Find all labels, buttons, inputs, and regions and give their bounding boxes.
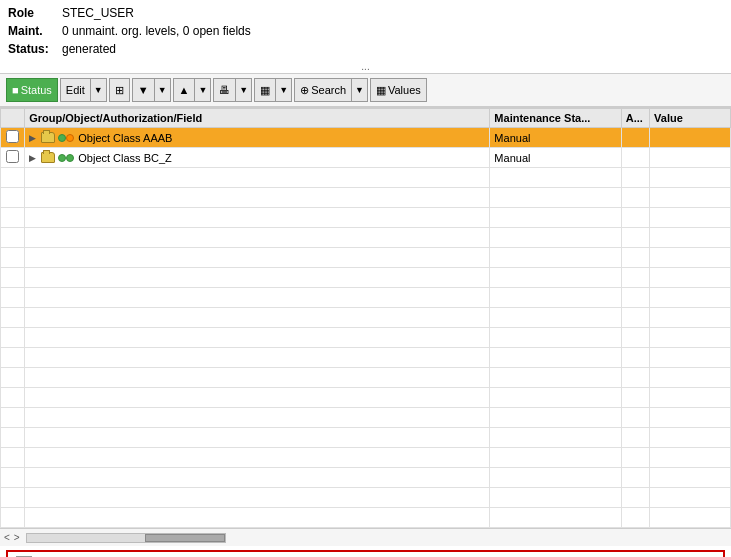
- row1-oo-badge: [58, 134, 74, 142]
- print-arrow[interactable]: ▼: [236, 79, 251, 101]
- row2-oo-circle1: [58, 154, 66, 162]
- down-main[interactable]: ▼: [133, 79, 155, 101]
- empty-row: [1, 448, 731, 468]
- row1-oo-circle2: [66, 134, 74, 142]
- row2-main: ▶ Object Class BC_Z: [25, 148, 490, 168]
- row1-main: ▶ Object Class AAAB: [25, 128, 490, 148]
- edit-label: Edit: [66, 84, 85, 96]
- down-arrow[interactable]: ▼: [155, 79, 170, 101]
- print-main[interactable]: 🖶: [214, 79, 236, 101]
- row2-expand-icon[interactable]: ▶: [29, 153, 39, 163]
- empty-row: [1, 408, 731, 428]
- row1-label: Object Class AAAB: [78, 132, 172, 144]
- search-arrow[interactable]: ▼: [352, 79, 367, 101]
- dots-row: ...: [0, 60, 731, 73]
- empty-row: [1, 188, 731, 208]
- values-icon: ▦: [376, 84, 386, 97]
- empty-row: [1, 488, 731, 508]
- arrow-up-icon: ▲: [179, 84, 190, 96]
- row2-a: [621, 148, 649, 168]
- columns-icon: ▦: [260, 84, 270, 97]
- scroll-track[interactable]: [26, 533, 226, 543]
- empty-row: [1, 508, 731, 528]
- col-header-check: [1, 109, 25, 128]
- up-main[interactable]: ▲: [174, 79, 196, 101]
- up-split-button[interactable]: ▲ ▼: [173, 78, 212, 102]
- empty-row: [1, 288, 731, 308]
- grid-icon: ⊞: [115, 84, 124, 97]
- status-bar: ✓ Profile(s) were updated View details: [6, 550, 725, 557]
- edit-arrow[interactable]: ▼: [91, 79, 106, 101]
- edit-split-button[interactable]: Edit ▼: [60, 78, 107, 102]
- edit-main[interactable]: Edit: [61, 79, 91, 101]
- row1-folder-icon: [41, 132, 55, 143]
- empty-row: [1, 368, 731, 388]
- row1-checkbox[interactable]: [6, 130, 19, 143]
- maint-label: Maint.: [8, 22, 58, 40]
- row2-oo-badge: [58, 154, 74, 162]
- chevron-down-icon3: ▼: [198, 85, 207, 95]
- toolbar: ■ Status Edit ▼ ⊞ ▼ ▼ ▲ ▼ 🖶: [0, 73, 731, 107]
- search-split-button[interactable]: ⊕ Search ▼: [294, 78, 368, 102]
- row2-check[interactable]: [1, 148, 25, 168]
- values-label: Values: [388, 84, 421, 96]
- data-table: Group/Object/Authorization/Field Mainten…: [0, 108, 731, 528]
- print-icon: 🖶: [219, 84, 230, 96]
- status-button[interactable]: ■ Status: [6, 78, 58, 102]
- col-header-maint: Maintenance Sta...: [490, 109, 621, 128]
- columns-main[interactable]: ▦: [255, 79, 276, 101]
- role-value: STEC_USER: [62, 4, 134, 22]
- col-header-a: A...: [621, 109, 649, 128]
- print-split-button[interactable]: 🖶 ▼: [213, 78, 252, 102]
- row1-expand-icon[interactable]: ▶: [29, 133, 39, 143]
- empty-row: [1, 328, 731, 348]
- scroll-thumb[interactable]: [145, 534, 225, 542]
- empty-row: [1, 428, 731, 448]
- columns-split-button[interactable]: ▦ ▼: [254, 78, 292, 102]
- row2-maint: Manual: [490, 148, 621, 168]
- search-icon: ⊕: [300, 84, 309, 97]
- table-row: ▶ Object Class AAAB Manual: [1, 128, 731, 148]
- up-arrow[interactable]: ▼: [195, 79, 210, 101]
- down-split-button[interactable]: ▼ ▼: [132, 78, 171, 102]
- chevron-down-icon2: ▼: [158, 85, 167, 95]
- row1-check[interactable]: [1, 128, 25, 148]
- table-row: ▶ Object Class BC_Z Manual: [1, 148, 731, 168]
- values-button[interactable]: ▦ Values: [370, 78, 427, 102]
- row2-oo-circle2: [66, 154, 74, 162]
- arrow-down-icon: ▼: [138, 84, 149, 96]
- empty-row: [1, 228, 731, 248]
- empty-row: [1, 468, 731, 488]
- empty-row: [1, 388, 731, 408]
- chevron-down-icon6: ▼: [355, 85, 364, 95]
- chevron-down-icon4: ▼: [239, 85, 248, 95]
- row2-checkbox[interactable]: [6, 150, 19, 163]
- row1-maint: Manual: [490, 128, 621, 148]
- status-value: generated: [62, 40, 116, 58]
- row2-folder-icon: [41, 152, 55, 163]
- empty-row: [1, 248, 731, 268]
- scroll-right-button[interactable]: >: [14, 532, 20, 543]
- empty-row: [1, 208, 731, 228]
- scrollbar-area: < >: [0, 528, 731, 546]
- col-header-value: Value: [650, 109, 731, 128]
- grid-button[interactable]: ⊞: [109, 78, 130, 102]
- search-main[interactable]: ⊕ Search: [295, 79, 352, 101]
- chevron-down-icon5: ▼: [279, 85, 288, 95]
- role-label: Role: [8, 4, 58, 22]
- columns-arrow[interactable]: ▼: [276, 79, 291, 101]
- scrollbar-nav: < >: [4, 532, 20, 543]
- status-icon: ■: [12, 84, 19, 96]
- scroll-left-button[interactable]: <: [4, 532, 10, 543]
- row2-value: [650, 148, 731, 168]
- row1-value: [650, 128, 731, 148]
- maint-value: 0 unmaint. org. levels, 0 open fields: [62, 22, 251, 40]
- meta-section: Role STEC_USER Maint. 0 unmaint. org. le…: [0, 0, 731, 60]
- empty-row: [1, 168, 731, 188]
- status-label: Status: [21, 84, 52, 96]
- dots-icon: ...: [361, 61, 369, 72]
- search-label: Search: [311, 84, 346, 96]
- row1-oo-circle1: [58, 134, 66, 142]
- empty-row: [1, 268, 731, 288]
- data-table-container: Group/Object/Authorization/Field Mainten…: [0, 107, 731, 528]
